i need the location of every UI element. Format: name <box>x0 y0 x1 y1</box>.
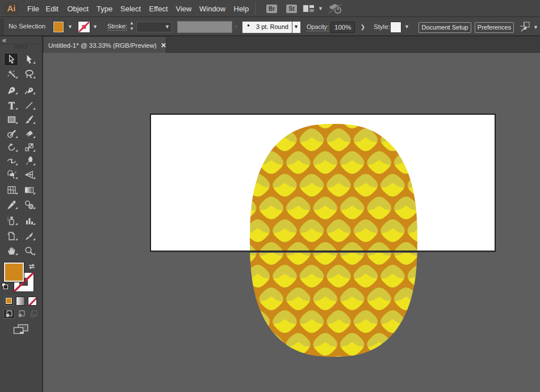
svg-text:+: + <box>14 170 16 174</box>
